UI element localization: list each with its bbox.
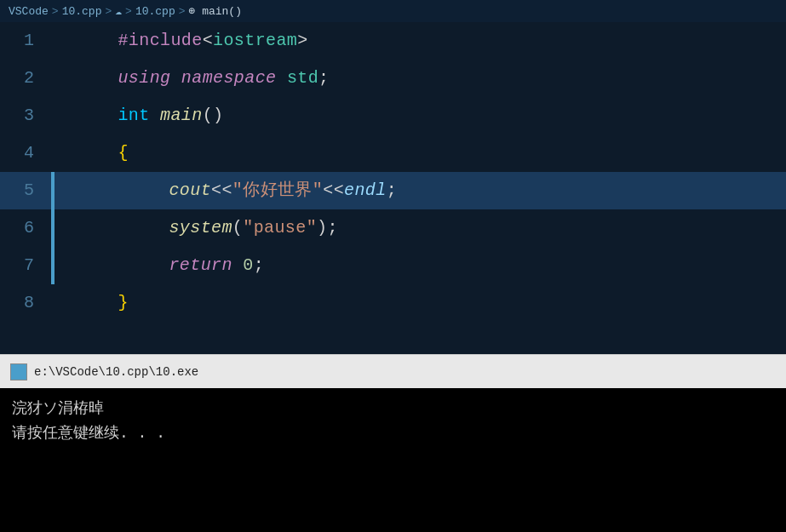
breadcrumb-vscode[interactable]: VSCode bbox=[9, 5, 49, 18]
line-number-7: 7 bbox=[0, 247, 51, 284]
line-number-4: 4 bbox=[0, 134, 51, 172]
code-editor: 1 #include<iostream> 2 using namespace s… bbox=[0, 22, 786, 354]
terminal-body[interactable]: 浣犲ソ涓栫晫 请按任意键继续. . . bbox=[0, 388, 786, 532]
line-number-3: 3 bbox=[0, 97, 51, 134]
line-number-2: 2 bbox=[0, 60, 51, 97]
line-number-1: 1 bbox=[0, 22, 51, 60]
line-number-5: 5 bbox=[0, 172, 51, 209]
terminal-output-line-1: 浣犲ソ涓栫晫 bbox=[12, 397, 774, 421]
terminal-output-line-2: 请按任意键继续. . . bbox=[12, 421, 774, 446]
line-content-8[interactable]: } bbox=[55, 247, 786, 359]
terminal-exe-icon bbox=[10, 363, 27, 380]
code-line-8: 8 } bbox=[0, 284, 786, 322]
line-number-6: 6 bbox=[0, 209, 51, 247]
terminal-header: e:\VSCode\10.cpp\10.exe bbox=[0, 354, 786, 388]
line-number-8: 8 bbox=[0, 284, 51, 322]
terminal-title: e:\VSCode\10.cpp\10.exe bbox=[34, 365, 198, 379]
